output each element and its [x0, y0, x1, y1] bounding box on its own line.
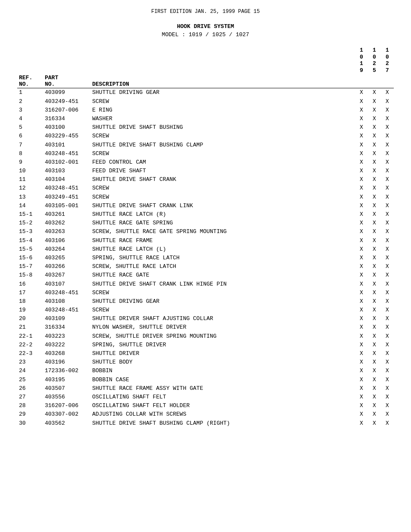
cell-part: 403556: [43, 393, 90, 401]
cell-x1: X: [355, 376, 368, 384]
cell-x1: X: [355, 254, 368, 262]
table-row: 11 403104 SHUTTLE DRIVE SHAFT CRANK X X …: [17, 175, 394, 184]
cell-x3: X: [381, 341, 394, 349]
cell-x1: X: [355, 210, 368, 219]
cell-part: 316334: [43, 115, 90, 123]
table-row: 21 316334 NYLON WASHER, SHUTTLE DRIVER X…: [17, 323, 394, 332]
cell-x1: X: [355, 149, 368, 158]
table-row: 23 403196 SHUTTLE BODY X X X: [17, 358, 394, 367]
cell-x3: X: [381, 314, 394, 323]
cell-desc: BOBBIN: [90, 367, 355, 375]
cell-desc: SHUTTLE DRIVE SHAFT CRANK LINK HINGE PIN: [90, 280, 355, 289]
cell-x1: X: [355, 115, 368, 123]
cell-x1: X: [355, 332, 368, 341]
table-row: 18 403108 SHUTTLE DRIVING GEAR X X X: [17, 297, 394, 306]
table-row: 1 403099 SHUTTLE DRIVING GEAR X X X: [17, 88, 394, 97]
cell-desc: SHUTTLE RACE LATCH (R): [90, 210, 355, 219]
cell-x3: X: [381, 149, 394, 158]
cell-ref: 11: [17, 175, 43, 184]
cell-desc: SHUTTLE RACE GATE SPRING: [90, 219, 355, 227]
cell-ref: 15-7: [17, 262, 43, 271]
cell-x3: X: [381, 106, 394, 115]
cell-ref: 26: [17, 384, 43, 393]
cell-x1: X: [355, 419, 368, 428]
cell-desc: ADJUSTING COLLAR WITH SCREWS: [90, 410, 355, 419]
table-row: 30 403562 SHUTTLE DRIVE SHAFT BUSHING CL…: [17, 419, 394, 428]
table-row: 10 403103 FEED DRIVE SHAFT X X X: [17, 167, 394, 175]
cell-part: 403507: [43, 384, 90, 393]
cell-desc: OSCILLATING SHAFT FELT HOLDER: [90, 401, 355, 410]
cell-desc: OSCILLATING SHAFT FELT: [90, 393, 355, 401]
cell-ref: 12: [17, 184, 43, 193]
cell-ref: 15-8: [17, 271, 43, 280]
table-row: 7 403101 SHUTTLE DRIVE SHAFT BUSHING CLA…: [17, 141, 394, 149]
cell-desc: SHUTTLE DRIVE SHAFT CRANK LINK: [90, 202, 355, 210]
cell-part: 403261: [43, 210, 90, 219]
cell-ref: 15-3: [17, 227, 43, 236]
cell-ref: 10: [17, 167, 43, 175]
cell-x3: X: [381, 410, 394, 419]
cell-x2: X: [368, 306, 381, 314]
cell-part: 403249-451: [43, 193, 90, 202]
cell-x2: X: [368, 106, 381, 115]
cell-desc: SPRING, SHUTTLE RACE LATCH: [90, 254, 355, 262]
cell-ref: 5: [17, 123, 43, 132]
cell-ref: 28: [17, 401, 43, 410]
cell-x3: X: [381, 323, 394, 332]
cell-part: 403195: [43, 376, 90, 384]
table-row: 12 403248-451 SCREW X X X: [17, 184, 394, 193]
table-row: 22-3 403268 SHUTTLE DRIVER X X X: [17, 349, 394, 358]
cell-ref: 23: [17, 358, 43, 367]
cell-x3: X: [381, 358, 394, 367]
cell-x1: X: [355, 219, 368, 227]
cell-x1: X: [355, 175, 368, 184]
cell-ref: 22-2: [17, 341, 43, 349]
cell-part: 403107: [43, 280, 90, 289]
cell-part: 403100: [43, 123, 90, 132]
model-header-row: 1 0 1 9 1 0 2 5 1 0 2 7: [17, 47, 394, 74]
table-row: 15-1 403261 SHUTTLE RACE LATCH (R) X X X: [17, 210, 394, 219]
cell-part: 403099: [43, 88, 90, 97]
cell-x3: X: [381, 132, 394, 140]
cell-x1: X: [355, 280, 368, 289]
cell-x3: X: [381, 88, 394, 97]
cell-x1: X: [355, 289, 368, 297]
cell-part: 316207-006: [43, 401, 90, 410]
table-row: 16 403107 SHUTTLE DRIVE SHAFT CRANK LINK…: [17, 280, 394, 289]
table-row: 17 403248-451 SCREW X X X: [17, 289, 394, 297]
cell-desc: SHUTTLE RACE FRAME: [90, 236, 355, 245]
cell-part: 403229-455: [43, 132, 90, 140]
cell-part: 403267: [43, 271, 90, 280]
th-model1-space: [355, 74, 368, 88]
cell-x1: X: [355, 227, 368, 236]
cell-x1: X: [355, 384, 368, 393]
cell-ref: 14: [17, 202, 43, 210]
cell-desc: SHUTTLE DRIVE SHAFT BUSHING CLAMP (RIGHT…: [90, 419, 355, 428]
table-row: 5 403100 SHUTTLE DRIVE SHAFT BUSHING X X…: [17, 123, 394, 132]
table-row: 25 403195 BOBBIN CASE X X X: [17, 376, 394, 384]
cell-desc: FEED CONTROL CAM: [90, 158, 355, 167]
cell-x3: X: [381, 175, 394, 184]
cell-x2: X: [368, 419, 381, 428]
table-row: 15-5 403264 SHUTTLE RACE LATCH (L) X X X: [17, 245, 394, 254]
cell-x1: X: [355, 167, 368, 175]
cell-desc: SHUTTLE DRIVER SHAFT AJUSTING COLLAR: [90, 314, 355, 323]
cell-x3: X: [381, 306, 394, 314]
edition-info: FIRST EDITION JAN. 25, 1999 PAGE 15: [17, 9, 394, 15]
cell-desc: SCREW: [90, 149, 355, 158]
cell-ref: 6: [17, 132, 43, 140]
cell-x2: X: [368, 384, 381, 393]
cell-ref: 13: [17, 193, 43, 202]
cell-x1: X: [355, 97, 368, 106]
cell-x2: X: [368, 341, 381, 349]
cell-x3: X: [381, 254, 394, 262]
col-header-ref: [17, 47, 43, 74]
cell-x2: X: [368, 219, 381, 227]
cell-x1: X: [355, 141, 368, 149]
cell-part: 403105-001: [43, 202, 90, 210]
table-row: 8 403248-451 SCREW X X X: [17, 149, 394, 158]
cell-x3: X: [381, 297, 394, 306]
table-row: 29 403307-002 ADJUSTING COLLAR WITH SCRE…: [17, 410, 394, 419]
page-header: FIRST EDITION JAN. 25, 1999 PAGE 15 HOOK…: [17, 9, 394, 38]
cell-x1: X: [355, 410, 368, 419]
